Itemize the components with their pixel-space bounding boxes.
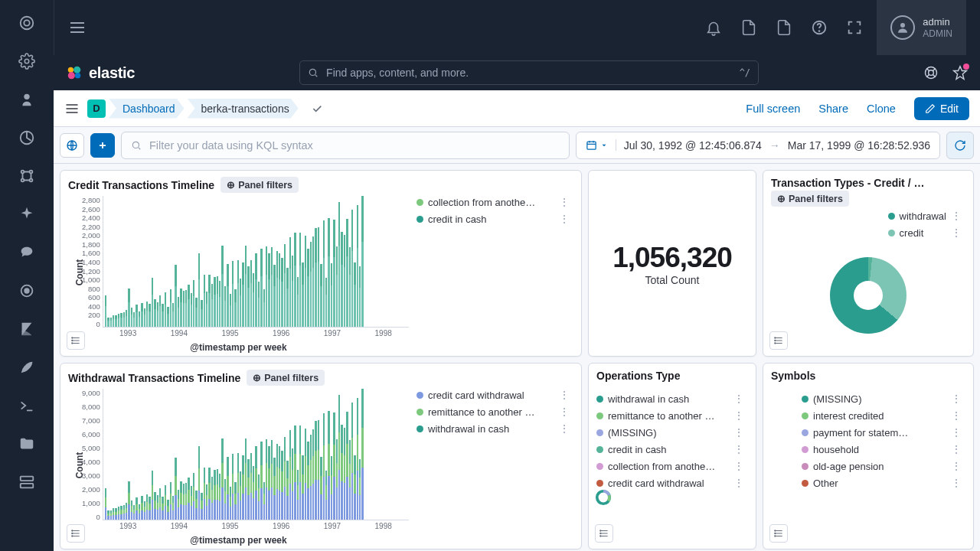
legend-item-menu-icon[interactable]: ⋮ <box>951 477 962 489</box>
legend-item[interactable]: credit⋮ <box>888 227 962 239</box>
feather-icon[interactable] <box>18 358 36 377</box>
bars <box>103 389 409 520</box>
svg-point-15 <box>900 23 905 28</box>
legend-item[interactable]: payment for statem…⋮ <box>802 426 962 439</box>
legend-item-menu-icon[interactable]: ⋮ <box>733 477 745 489</box>
svg-rect-12 <box>21 484 34 488</box>
opensearch-logo-icon[interactable] <box>18 14 36 32</box>
menu-icon[interactable] <box>68 18 87 37</box>
legend-item-menu-icon[interactable]: ⋮ <box>733 409 745 422</box>
legend-item-menu-icon[interactable]: ⋮ <box>559 196 570 208</box>
legend-item[interactable]: household⋮ <box>802 443 962 455</box>
breadcrumb-current[interactable]: berka-transactions <box>188 99 299 119</box>
collapse-nav-icon[interactable] <box>64 101 80 116</box>
legend-item-menu-icon[interactable]: ⋮ <box>951 460 962 472</box>
panel-filters-tag[interactable]: ⊕ Panel filters <box>247 370 325 386</box>
legend-item-menu-icon[interactable]: ⋮ <box>951 210 962 222</box>
gear-icon[interactable] <box>18 52 36 70</box>
bell-icon[interactable] <box>705 19 722 36</box>
grafana-icon[interactable] <box>18 129 36 147</box>
server-icon[interactable] <box>18 473 36 491</box>
kibana-icon[interactable] <box>18 320 36 338</box>
legend-item-menu-icon[interactable]: ⋮ <box>951 443 962 455</box>
legend-item[interactable]: old-age pension⋮ <box>802 460 962 472</box>
legend-item-menu-icon[interactable]: ⋮ <box>951 227 962 239</box>
x-ticks: 199319941995199619971998 <box>103 328 409 337</box>
graph-icon[interactable] <box>18 167 36 185</box>
legend-item-menu-icon[interactable]: ⋮ <box>951 426 962 439</box>
legend-dot <box>596 396 603 403</box>
legend-dot <box>802 396 808 403</box>
legend-item-menu-icon[interactable]: ⋮ <box>559 422 570 435</box>
legend-label: collection from anothe… <box>428 197 535 208</box>
svg-point-26 <box>72 337 73 338</box>
legend-item[interactable]: collection from anothe…⋮ <box>596 460 745 472</box>
panel-filters-tag[interactable]: ⊕ Panel filters <box>771 191 849 207</box>
legend-label: withdrawal <box>900 210 946 222</box>
lifebuoy-icon[interactable] <box>923 65 939 80</box>
kql-placeholder: Filter your data using KQL syntax <box>149 139 313 152</box>
target-icon[interactable] <box>18 282 36 300</box>
legend-item-menu-icon[interactable]: ⋮ <box>733 460 745 472</box>
legend-item[interactable]: remittance to another …⋮ <box>416 406 570 418</box>
newsfeed-icon[interactable] <box>952 65 968 80</box>
terminal-icon[interactable] <box>18 396 36 415</box>
panel-options-button[interactable] <box>595 524 613 543</box>
panel-options-button[interactable] <box>769 524 788 543</box>
legend-item[interactable]: credit card withdrawal⋮ <box>596 477 745 489</box>
legend-item-menu-icon[interactable]: ⋮ <box>733 426 745 439</box>
legend-item[interactable]: collection from anothe…⋮ <box>416 196 570 208</box>
legend-item[interactable]: withdrawal in cash⋮ <box>416 422 570 435</box>
legend-item-menu-icon[interactable]: ⋮ <box>951 409 962 422</box>
document-icon[interactable] <box>740 19 757 36</box>
document-alt-icon[interactable] <box>776 19 792 36</box>
panel-options-button[interactable] <box>67 331 85 350</box>
elastic-brand: elastic <box>89 64 135 82</box>
fullscreen-link[interactable]: Full screen <box>746 103 800 115</box>
legend-item-menu-icon[interactable]: ⋮ <box>733 393 745 405</box>
elastic-logo[interactable]: elastic <box>66 64 135 82</box>
add-filter-button[interactable] <box>90 133 115 158</box>
dataview-button[interactable] <box>60 133 84 158</box>
global-search[interactable]: Find apps, content, and more. ^/ <box>299 60 759 85</box>
legend-item[interactable]: credit in cash⋮ <box>596 443 745 455</box>
gitea-icon[interactable] <box>18 243 36 262</box>
legend-item[interactable]: withdrawal⋮ <box>888 210 962 222</box>
metric-label: Total Count <box>645 274 700 286</box>
space-badge[interactable]: D <box>87 99 106 118</box>
credit-chart: Count 2,8002,6002,4002,2002,0001,8001,60… <box>68 193 409 351</box>
fullscreen-icon[interactable] <box>846 19 863 36</box>
legend-item[interactable]: remittance to another …⋮ <box>596 409 745 422</box>
user-menu[interactable]: admin ADMIN <box>877 0 966 55</box>
legend-item[interactable]: interest credited⋮ <box>802 409 962 422</box>
legend-item[interactable]: (MISSING)⋮ <box>596 426 745 439</box>
legend-item[interactable]: credit in cash⋮ <box>416 213 570 225</box>
edit-button[interactable]: Edit <box>914 97 969 120</box>
panel-options-button[interactable] <box>769 331 788 350</box>
breadcrumb-dashboard[interactable]: Dashboard <box>109 99 185 119</box>
clone-link[interactable]: Clone <box>867 103 896 115</box>
legend-item[interactable]: (MISSING)⋮ <box>802 393 962 405</box>
jenkins-icon[interactable] <box>18 90 36 109</box>
svg-rect-11 <box>21 477 34 481</box>
svg-point-24 <box>132 142 139 148</box>
legend-item-menu-icon[interactable]: ⋮ <box>559 389 570 401</box>
date-picker[interactable]: Jul 30, 1992 @ 12:45:06.874 → Mar 17, 19… <box>576 132 940 159</box>
legend-item[interactable]: withdrawal in cash⋮ <box>596 393 745 405</box>
help-icon[interactable] <box>811 19 828 36</box>
legend-item-menu-icon[interactable]: ⋮ <box>951 393 962 405</box>
legend-item-menu-icon[interactable]: ⋮ <box>733 443 745 455</box>
legend-item-menu-icon[interactable]: ⋮ <box>559 213 570 225</box>
refresh-button[interactable] <box>946 132 974 159</box>
kql-input[interactable]: Filter your data using KQL syntax <box>121 132 570 159</box>
panel-filters-tag[interactable]: ⊕ Panel filters <box>220 177 299 193</box>
check-icon[interactable] <box>311 103 323 115</box>
opensearch-nav-rail <box>0 0 54 551</box>
legend-item[interactable]: credit card withdrawal⋮ <box>416 389 570 401</box>
legend-item[interactable]: Other⋮ <box>802 477 962 489</box>
legend-item-menu-icon[interactable]: ⋮ <box>559 406 570 418</box>
share-link[interactable]: Share <box>818 103 848 115</box>
spark-icon[interactable] <box>18 205 36 223</box>
panel-options-button[interactable] <box>67 524 85 543</box>
folder-icon[interactable] <box>18 435 36 453</box>
